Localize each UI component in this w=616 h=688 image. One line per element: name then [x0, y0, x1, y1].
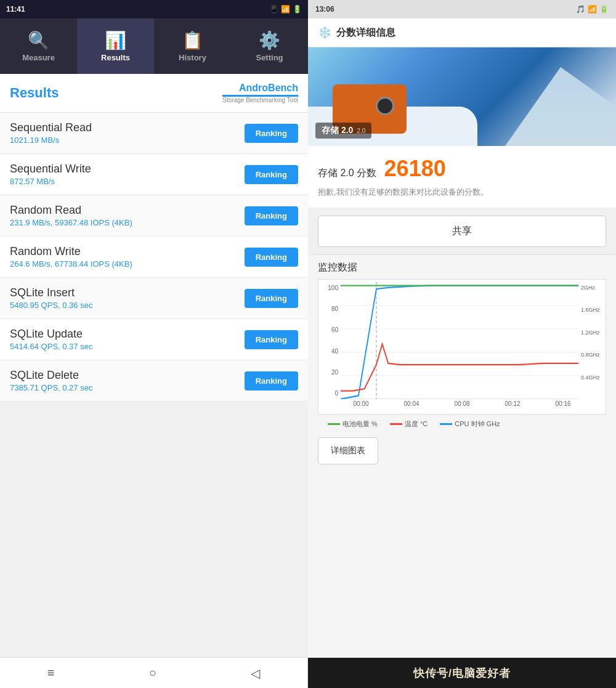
results-title: Results	[10, 85, 59, 101]
bench-row-sqlite-delete: SQLite Delete 7385.71 QPS, 0.27 sec Rank…	[0, 360, 308, 402]
ranking-btn-sqlite-delete[interactable]: Ranking	[245, 371, 298, 391]
score-badge: 存储 2.0 2.0	[315, 123, 371, 139]
ranking-btn-sqlite-update[interactable]: Ranking	[245, 330, 298, 349]
chart-y-right: 2GHz 1.6GHz 1.2GHz 0.8GHz 0.4GHz	[578, 282, 601, 399]
right-status-icons: 🎵 📶 🔋	[576, 5, 609, 14]
ranking-btn-rand-write[interactable]: Ranking	[245, 248, 298, 267]
nav-history-label: History	[179, 53, 206, 62]
chart-container: 100 80 60 40 20 0	[318, 279, 606, 415]
bench-row-sqlite-insert: SQLite Insert 5480.95 QPS, 0.36 sec Rank…	[0, 278, 308, 319]
score-header-icon: ❄️	[318, 26, 331, 39]
right-status-bar: 13:06 🎵 📶 🔋	[308, 0, 616, 18]
history-icon: 📋	[182, 30, 203, 51]
share-button[interactable]: 共享	[318, 216, 606, 247]
bench-value-sqlite-insert: 5480.95 QPS, 0.36 sec	[10, 301, 92, 310]
detail-chart-button[interactable]: 详细图表	[318, 437, 378, 464]
nav-results-label: Results	[101, 53, 130, 62]
bench-info-seq-write: Sequential Write 872.57 MB/s	[10, 163, 91, 186]
bench-name-seq-write: Sequential Write	[10, 163, 91, 176]
left-wifi-icon: 📶	[281, 5, 290, 14]
bench-info-sqlite-update: SQLite Update 5414.64 QPS, 0.37 sec	[10, 328, 92, 351]
legend-label-temp: 温度 °C	[405, 419, 428, 429]
detail-btn-section: 详细图表	[308, 431, 616, 471]
chart-legend: 电池电量 % 温度 °C CPU 时钟 GHz	[318, 417, 606, 431]
results-icon: 📊	[105, 30, 126, 51]
bench-value-seq-read: 1021.19 MB/s	[10, 136, 92, 145]
bench-info-sqlite-delete: SQLite Delete 7385.71 QPS, 0.27 sec	[10, 369, 92, 392]
ranking-btn-seq-write[interactable]: Ranking	[245, 165, 298, 184]
nav-setting[interactable]: ⚙️ Setting	[231, 18, 308, 74]
bench-value-seq-write: 872.57 MB/s	[10, 177, 91, 186]
score-header-title: 分数详细信息	[336, 26, 395, 39]
bench-row-sqlite-update: SQLite Update 5414.64 QPS, 0.37 sec Rank…	[0, 319, 308, 360]
bench-name-seq-read: Sequential Read	[10, 121, 92, 134]
hero-box-window	[376, 97, 394, 115]
legend-battery: 电池电量 %	[328, 419, 378, 429]
chart-svg	[341, 282, 578, 399]
bench-value-rand-read: 231.9 MB/s, 59367.48 IOPS (4KB)	[10, 218, 132, 227]
legend-color-battery	[328, 423, 340, 425]
score-badge-small: 2.0	[357, 127, 365, 134]
bench-row-seq-read: Sequential Read 1021.19 MB/s Ranking	[0, 113, 308, 154]
ranking-btn-rand-read[interactable]: Ranking	[245, 206, 298, 225]
nav-measure[interactable]: 🔍 Measure	[0, 18, 77, 74]
bench-value-sqlite-update: 5414.64 QPS, 0.37 sec	[10, 342, 92, 351]
legend-cpu: CPU 时钟 GHz	[440, 419, 500, 429]
score-section: 存储 2.0 分数 26180 抱歉,我们没有足够的数据来对比此设备的分数。	[308, 146, 616, 208]
score-note: 抱歉,我们没有足够的数据来对比此设备的分数。	[318, 187, 606, 198]
left-status-bar: 11:41 📱 📶 🔋	[0, 0, 308, 18]
legend-label-cpu: CPU 时钟 GHz	[455, 419, 500, 429]
right-battery-icon: 🔋	[599, 5, 609, 14]
bottom-nav: ≡ ○ ◁ 快传号/电脑爱好者	[0, 657, 616, 688]
chart-x-labels: 00:00 00:04 00:08 00:12 00:16	[323, 399, 601, 408]
monitor-section: 监控数据 100 80 60 40 20 0	[308, 255, 616, 431]
main-content: 🔍 Measure 📊 Results 📋 History ⚙️ Setting…	[0, 18, 616, 657]
watermark-text: 快传号/电脑爱好者	[413, 666, 511, 681]
score-label: 存储 2.0 分数	[318, 168, 376, 178]
left-icon1: 📱	[269, 5, 278, 14]
nav-measure-label: Measure	[22, 53, 55, 62]
bench-name-sqlite-delete: SQLite Delete	[10, 369, 92, 382]
bench-info-seq-read: Sequential Read 1021.19 MB/s	[10, 121, 92, 145]
bench-row-rand-read: Random Read 231.9 MB/s, 59367.48 IOPS (4…	[0, 195, 308, 237]
logo-andro: Andro	[239, 83, 268, 93]
bench-name-rand-read: Random Read	[10, 204, 132, 217]
score-detail-header: ❄️ 分数详细信息	[308, 18, 616, 47]
share-section: 共享	[308, 208, 616, 255]
right-wifi-icon: 📶	[588, 5, 597, 14]
menu-icon[interactable]: ≡	[47, 666, 55, 680]
setting-icon: ⚙️	[259, 30, 280, 51]
bench-value-rand-write: 264.6 MB/s, 67738.44 IOPS (4KB)	[10, 259, 132, 269]
legend-label-battery: 电池电量 %	[342, 419, 378, 429]
legend-temp: 温度 °C	[390, 419, 428, 429]
results-header: Results AndroBench Storage Benchmarking …	[0, 74, 308, 113]
ranking-btn-sqlite-insert[interactable]: Ranking	[245, 289, 298, 308]
measure-icon: 🔍	[28, 30, 49, 51]
status-bars: 11:41 📱 📶 🔋 13:06 🎵 📶 🔋	[0, 0, 616, 18]
bench-value-sqlite-delete: 7385.71 QPS, 0.27 sec	[10, 383, 92, 392]
legend-color-temp	[390, 423, 402, 425]
right-panel: ❄️ 分数详细信息 存储 2.0 2.0 存储 2.0 分数 26180 抱歉,…	[308, 18, 616, 657]
hero-image: 存储 2.0 2.0	[308, 47, 616, 146]
monitor-title: 监控数据	[318, 261, 606, 274]
bench-info-rand-write: Random Write 264.6 MB/s, 67738.44 IOPS (…	[10, 245, 132, 269]
nav-history[interactable]: 📋 History	[154, 18, 231, 74]
benchmark-list: Sequential Read 1021.19 MB/s Ranking Seq…	[0, 113, 308, 402]
nav-results[interactable]: 📊 Results	[77, 18, 154, 74]
left-battery-icon: 🔋	[293, 5, 302, 14]
bench-name-sqlite-update: SQLite Update	[10, 328, 92, 341]
home-icon[interactable]: ○	[149, 666, 156, 680]
ranking-btn-seq-read[interactable]: Ranking	[245, 124, 298, 143]
bench-name-sqlite-insert: SQLite Insert	[10, 286, 92, 299]
bench-info-rand-read: Random Read 231.9 MB/s, 59367.48 IOPS (4…	[10, 204, 132, 227]
bench-row-seq-write: Sequential Write 872.57 MB/s Ranking	[0, 154, 308, 195]
bottom-left-nav: ≡ ○ ◁	[0, 658, 308, 688]
nav-setting-label: Setting	[256, 53, 283, 62]
score-badge-text: 存储 2.0	[322, 125, 353, 136]
back-icon[interactable]: ◁	[251, 666, 260, 681]
androbench-logo: AndroBench Storage Benchmarking Tool	[222, 83, 298, 103]
nav-bar: 🔍 Measure 📊 Results 📋 History ⚙️ Setting	[0, 18, 308, 74]
score-line: 存储 2.0 分数 26180	[318, 156, 606, 182]
right-icon1: 🎵	[576, 5, 585, 14]
bench-name-rand-write: Random Write	[10, 245, 132, 258]
